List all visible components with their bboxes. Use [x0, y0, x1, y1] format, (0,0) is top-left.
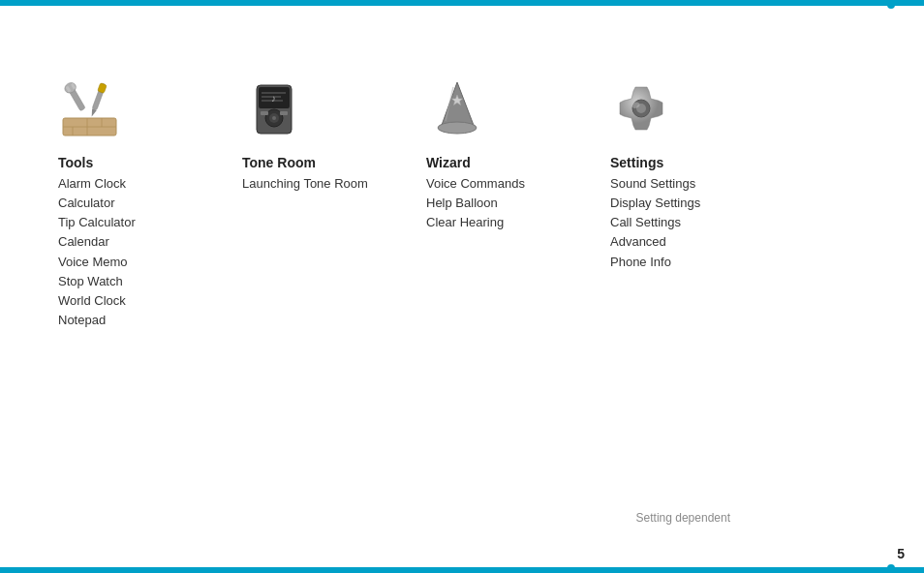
- list-item[interactable]: Calculator: [58, 194, 136, 213]
- list-item[interactable]: Calendar: [58, 232, 136, 252]
- tools-items: Alarm Clock Calculator Tip Calculator Ca…: [58, 174, 136, 330]
- tone-room-title: Tone Room: [242, 155, 316, 170]
- list-item[interactable]: World Clock: [58, 291, 136, 311]
- list-item[interactable]: Display Settings: [610, 194, 700, 213]
- page-number: 5: [897, 546, 905, 561]
- list-item[interactable]: Tip Calculator: [58, 213, 136, 232]
- wizard-title: Wizard: [426, 155, 471, 170]
- list-item[interactable]: Sound Settings: [610, 174, 700, 194]
- svg-point-19: [272, 116, 276, 120]
- top-bar-dot: [887, 1, 895, 9]
- settings-title: Settings: [610, 155, 663, 170]
- list-item[interactable]: Stop Watch: [58, 272, 136, 291]
- list-item[interactable]: Help Balloon: [426, 194, 525, 213]
- list-item[interactable]: Alarm Clock: [58, 174, 136, 194]
- list-item[interactable]: Call Settings: [610, 213, 700, 232]
- list-item[interactable]: Phone Info: [610, 253, 700, 272]
- svg-marker-10: [89, 108, 96, 117]
- tone-room-items: Launching Tone Room: [242, 174, 368, 194]
- top-bar: [0, 0, 924, 6]
- svg-rect-21: [280, 111, 288, 115]
- list-item[interactable]: Notepad: [58, 311, 136, 330]
- list-item[interactable]: Voice Memo: [58, 253, 136, 272]
- list-item[interactable]: Advanced: [610, 232, 700, 252]
- tools-icon: [58, 77, 126, 145]
- tools-title: Tools: [58, 155, 93, 170]
- wizard-icon: [426, 77, 494, 145]
- list-item[interactable]: Clear Hearing: [426, 213, 525, 232]
- tone-room-icon: ♪: [242, 77, 310, 145]
- section-settings: Settings Sound Settings Display Settings…: [610, 77, 794, 330]
- svg-text:♪: ♪: [271, 93, 276, 104]
- bottom-bar: [0, 567, 924, 573]
- settings-icon: [610, 77, 678, 145]
- svg-rect-20: [261, 111, 268, 115]
- svg-rect-11: [98, 83, 108, 94]
- list-item[interactable]: Voice Commands: [426, 174, 525, 194]
- section-tools: Tools Alarm Clock Calculator Tip Calcula…: [58, 77, 242, 330]
- section-wizard: Wizard Voice Commands Help Balloon Clear…: [426, 77, 610, 330]
- bottom-bar-dot: [887, 564, 895, 572]
- list-item[interactable]: Launching Tone Room: [242, 174, 368, 194]
- wizard-items: Voice Commands Help Balloon Clear Hearin…: [426, 174, 525, 232]
- section-tone-room: ♪ Tone Room Launching Tone Room: [242, 77, 426, 330]
- settings-items: Sound Settings Display Settings Call Set…: [610, 174, 700, 272]
- main-content: Tools Alarm Clock Calculator Tip Calcula…: [58, 77, 794, 330]
- setting-dependent-note: Setting dependent: [636, 511, 730, 525]
- svg-point-24: [438, 122, 477, 134]
